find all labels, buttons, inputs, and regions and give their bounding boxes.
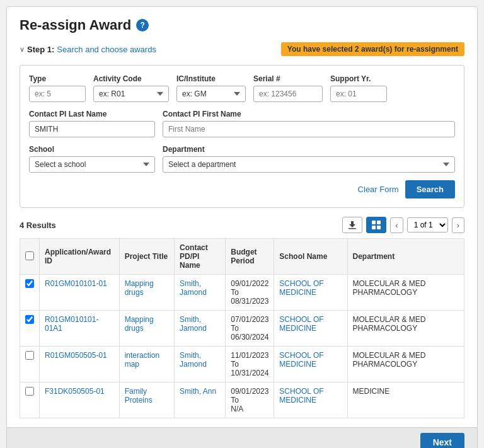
row-project-title: Family Proteins bbox=[119, 382, 174, 418]
award-id-link-0[interactable]: R01GM010101-01 bbox=[45, 279, 107, 288]
row-contact-pi: Smith, Ann bbox=[175, 382, 226, 418]
row-checkbox-cell[interactable] bbox=[20, 275, 40, 311]
award-id-link-3[interactable]: F31DK050505-01 bbox=[45, 387, 105, 396]
page-title: Re-assign Award bbox=[20, 17, 131, 33]
step-chevron[interactable]: ∨ bbox=[20, 45, 25, 54]
next-button[interactable]: Next bbox=[420, 433, 464, 449]
prev-page-button[interactable]: ‹ bbox=[390, 217, 403, 233]
row-checkbox-2[interactable] bbox=[25, 351, 34, 360]
download-icon bbox=[347, 220, 357, 230]
grid-view-button[interactable] bbox=[366, 217, 386, 233]
contact-pi-first-input[interactable] bbox=[163, 121, 455, 137]
table-row: R01GM010101-01A1 Mapping drugs Smith, Ja… bbox=[20, 311, 464, 347]
project-title-link-1[interactable]: Mapping drugs bbox=[125, 315, 154, 333]
row-contact-pi: Smith, Jamond bbox=[175, 311, 226, 347]
row-checkbox-3[interactable] bbox=[25, 387, 34, 396]
page-select[interactable]: 1 of 1 bbox=[407, 217, 448, 233]
ic-label: IC/Institute bbox=[176, 74, 246, 83]
row-award-id: F31DK050505-01 bbox=[40, 382, 120, 418]
grid-icon bbox=[371, 220, 381, 230]
support-yr-group: Support Yr. bbox=[330, 74, 387, 102]
header-school-name: School Name bbox=[274, 239, 347, 275]
department-label: Department bbox=[163, 145, 455, 154]
row-checkbox-1[interactable] bbox=[25, 315, 34, 324]
svg-rect-4 bbox=[377, 226, 381, 229]
contact-pi-last-input[interactable] bbox=[29, 121, 155, 137]
page-title-area: Re-assign Award ? bbox=[20, 17, 464, 33]
form-row-2: Contact PI Last Name Contact PI First Na… bbox=[29, 110, 455, 137]
type-input[interactable] bbox=[29, 86, 86, 102]
department-group: Department Select a department bbox=[163, 145, 455, 173]
select-all-checkbox[interactable] bbox=[25, 251, 34, 260]
row-budget-period: 11/01/2023To10/31/2024 bbox=[226, 347, 274, 382]
ic-group: IC/Institute ex: GM bbox=[176, 74, 246, 102]
header-row: Application/AwardID Project Title Contac… bbox=[20, 239, 464, 275]
svg-rect-1 bbox=[372, 221, 376, 224]
download-button[interactable] bbox=[342, 217, 362, 233]
contact-pi-first-label: Contact PI First Name bbox=[163, 110, 455, 118]
row-checkbox-cell[interactable] bbox=[20, 382, 40, 418]
page-container: Re-assign Award ? ∨ Step 1: Search and c… bbox=[6, 6, 478, 448]
step-label: ∨ Step 1: Search and choose awards bbox=[20, 45, 156, 54]
header-budget-period: BudgetPeriod bbox=[226, 239, 274, 275]
award-id-link-1[interactable]: R01GM010101-01A1 bbox=[45, 315, 98, 333]
table-header: Application/AwardID Project Title Contac… bbox=[20, 239, 464, 275]
prev-icon: ‹ bbox=[395, 221, 398, 230]
row-budget-period: 07/01/2023To06/30/2024 bbox=[226, 311, 274, 347]
row-department: MOLECULAR & MED PHARMACOLOGY bbox=[347, 311, 464, 347]
activity-code-select[interactable]: ex: R01 bbox=[93, 86, 169, 102]
clear-form-link[interactable]: Clear Form bbox=[358, 185, 399, 194]
results-bar: 4 Results ‹ bbox=[20, 217, 464, 233]
next-page-button[interactable]: › bbox=[452, 217, 464, 233]
help-icon[interactable]: ? bbox=[136, 19, 149, 32]
table-row: F31DK050505-01 Family Proteins Smith, An… bbox=[20, 382, 464, 418]
footer-bar: Next bbox=[7, 427, 477, 448]
type-group: Type bbox=[29, 74, 86, 102]
step-header: ∨ Step 1: Search and choose awards You h… bbox=[20, 42, 464, 56]
row-award-id: R01GM010101-01A1 bbox=[40, 311, 120, 347]
search-button[interactable]: Search bbox=[405, 180, 455, 198]
school-group: School Select a school bbox=[29, 145, 155, 173]
table-body: R01GM010101-01 Mapping drugs Smith, Jamo… bbox=[20, 275, 464, 418]
row-school-name: SCHOOL OF MEDICINE bbox=[274, 311, 347, 347]
activity-code-label: Activity Code bbox=[93, 74, 169, 83]
svg-rect-2 bbox=[377, 221, 381, 224]
row-project-title: Mapping drugs bbox=[119, 275, 174, 311]
project-title-link-0[interactable]: Mapping drugs bbox=[125, 279, 154, 297]
ic-select[interactable]: ex: GM bbox=[176, 86, 246, 102]
activity-code-group: Activity Code ex: R01 bbox=[93, 74, 169, 102]
award-id-link-2[interactable]: R01GM050505-01 bbox=[45, 351, 107, 360]
results-count: 4 Results bbox=[20, 221, 56, 230]
next-icon: › bbox=[457, 221, 459, 230]
support-yr-label: Support Yr. bbox=[330, 74, 387, 83]
form-row-3: School Select a school Department Select… bbox=[29, 145, 455, 173]
results-controls: ‹ 1 of 1 › bbox=[342, 217, 464, 233]
header-contact-pi: ContactPD/PIName bbox=[175, 239, 226, 275]
form-actions: Clear Form Search bbox=[29, 180, 455, 198]
project-title-link-3[interactable]: Family Proteins bbox=[125, 387, 153, 405]
school-select[interactable]: Select a school bbox=[29, 156, 155, 173]
header-award-id: Application/AwardID bbox=[40, 239, 120, 275]
header-checkbox-col bbox=[20, 239, 40, 275]
row-department: MOLECULAR & MED PHARMACOLOGY bbox=[347, 347, 464, 382]
selection-badge: You have selected 2 award(s) for re-assi… bbox=[281, 42, 464, 56]
row-checkbox-0[interactable] bbox=[25, 279, 34, 288]
table-row: R01GM050505-01 interaction map Smith, Ja… bbox=[20, 347, 464, 382]
step-description: Search and choose awards bbox=[57, 45, 156, 54]
support-yr-input[interactable] bbox=[330, 86, 387, 102]
header-project-title: Project Title bbox=[119, 239, 174, 275]
row-budget-period: 09/01/2023ToN/A bbox=[226, 382, 274, 418]
row-contact-pi: Smith, Jamond bbox=[175, 275, 226, 311]
contact-pi-last-label: Contact PI Last Name bbox=[29, 110, 155, 118]
serial-input[interactable] bbox=[253, 86, 323, 102]
project-title-link-2[interactable]: interaction map bbox=[125, 351, 159, 369]
serial-group: Serial # bbox=[253, 74, 323, 102]
row-checkbox-cell[interactable] bbox=[20, 311, 40, 347]
serial-label: Serial # bbox=[253, 74, 323, 83]
row-contact-pi: Smith, Jamond bbox=[175, 347, 226, 382]
school-label: School bbox=[29, 145, 155, 154]
contact-pi-first-group: Contact PI First Name bbox=[163, 110, 455, 137]
department-select[interactable]: Select a department bbox=[163, 156, 455, 173]
row-checkbox-cell[interactable] bbox=[20, 347, 40, 382]
table-row: R01GM010101-01 Mapping drugs Smith, Jamo… bbox=[20, 275, 464, 311]
